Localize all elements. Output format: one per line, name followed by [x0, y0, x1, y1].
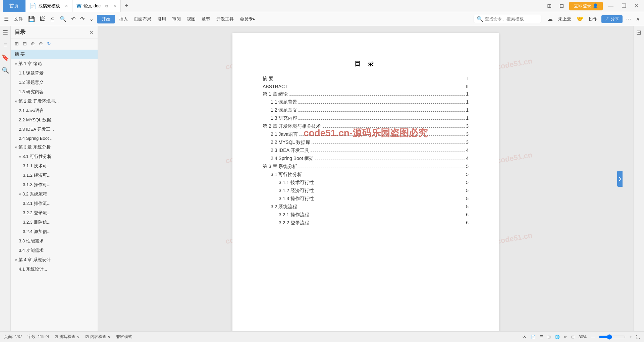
review-tab[interactable]: 审阅 — [170, 15, 183, 23]
start-button[interactable]: 开始 — [97, 15, 115, 23]
web-view-icon[interactable]: 🌐 — [555, 335, 560, 339]
insert-tab[interactable]: 插入 — [117, 15, 130, 23]
sidebar-close-icon[interactable]: ✕ — [89, 29, 94, 36]
collab-icon[interactable]: 🤝 — [575, 15, 585, 23]
nav-item-3-1-3[interactable]: 3.1.3 操作可... — [11, 180, 98, 189]
menu-icon[interactable]: ☰ — [3, 15, 10, 23]
save-icon[interactable]: 💾 — [27, 15, 36, 23]
nav-item-4-1[interactable]: 4.1 系统设计... — [11, 265, 98, 274]
nav-item-3-3[interactable]: 3.3 性能需求 — [11, 236, 98, 246]
member-tab[interactable]: 会员专▸ — [238, 15, 257, 23]
nav-item-1-1[interactable]: 1.1 课题背景 — [11, 68, 98, 78]
view-tab[interactable]: 视图 — [185, 15, 198, 23]
layout-tab[interactable]: 页面布局 — [132, 15, 153, 23]
nav-item-3-2-2[interactable]: 3.2.2 登录流... — [11, 208, 98, 218]
cloud-status[interactable]: 未上云 — [556, 15, 573, 23]
tab-add[interactable]: + — [121, 2, 132, 9]
zoom-in-icon[interactable]: + — [630, 335, 632, 339]
nav-item-2-3[interactable]: 2.3 IDEA 开发工... — [11, 125, 98, 134]
nav-item-1-3[interactable]: 1.3 研究内容 — [11, 87, 98, 97]
nav-item-3-2-3[interactable]: 3.2.3 删除信... — [11, 218, 98, 227]
toc-entry: 2.3 IDEA 开发工具4 — [263, 148, 469, 154]
toc-dots — [315, 192, 465, 192]
login-button[interactable]: 立即登录 👤 — [569, 2, 603, 10]
list-view-icon[interactable]: ☰ — [540, 335, 543, 339]
win-maximize[interactable]: ❐ — [619, 3, 629, 9]
watermark-right-bot: code51.cn — [496, 231, 533, 246]
sync-icon[interactable]: ↻ — [46, 40, 52, 47]
nav-item-ch3[interactable]: ∨ 第 3 章 系统分析 — [11, 142, 98, 152]
title-bar: 首页 📄 找稿壳模板 ✕ W 论文.doc ⧉ ✕ + ⊞ ⊟ 立即登录 👤 —… — [0, 0, 644, 12]
print-icon[interactable]: 🖨 — [48, 15, 56, 23]
toc-page-number: 3 — [466, 131, 469, 137]
eye-icon[interactable]: 👁 — [523, 335, 527, 339]
more-icon[interactable]: ⌄ — [88, 15, 95, 23]
doc-view-icon[interactable]: 📄 — [531, 335, 536, 339]
win-minimize[interactable]: — — [605, 3, 616, 9]
expand-all-icon[interactable]: ⊞ — [13, 40, 20, 47]
nav-item-1-2[interactable]: 1.2 课题意义 — [11, 78, 98, 87]
zoom-slider[interactable] — [599, 334, 626, 340]
reference-tab[interactable]: 引用 — [155, 15, 168, 23]
bookmark-icon[interactable]: 🔖 — [2, 54, 9, 61]
nav-item-abstract[interactable]: 摘 要 — [11, 50, 98, 59]
content-check[interactable]: ☑ 内容检查 ∨ — [85, 334, 111, 340]
nav-item-3-2-4[interactable]: 3.2.4 添加信... — [11, 227, 98, 236]
nav-item-3-2[interactable]: ∨ 3.2 系统流程 — [11, 189, 98, 199]
toc-page-number: 1 — [466, 99, 469, 105]
devtools-tab[interactable]: 开发工具 — [214, 15, 236, 23]
sidebar-toggle-icon[interactable]: ☰ — [3, 29, 8, 36]
nav-item-3-2-1[interactable]: 3.2.1 操作流... — [11, 199, 98, 208]
tab-template-close[interactable]: ✕ — [65, 4, 68, 8]
tab-doc-close-square[interactable]: ⧉ — [105, 4, 108, 8]
win-tile[interactable]: ⊞ — [544, 3, 554, 9]
tab-template[interactable]: 📄 找稿壳模板 ✕ — [25, 0, 72, 12]
nav-item-ch2[interactable]: ∨ 第 2 章 开发环境与... — [11, 97, 98, 106]
remove-heading-icon[interactable]: ⊖ — [38, 40, 44, 47]
tab-doc-close[interactable]: ✕ — [113, 4, 116, 8]
search-side-icon[interactable]: 🔍 — [2, 67, 9, 74]
nav-item-3-1[interactable]: ∨ 3.1 可行性分析 — [11, 152, 98, 161]
file-menu[interactable]: 文件 — [12, 15, 25, 23]
nav-item-ch4[interactable]: ∨ 第 4 章 系统设计 — [11, 255, 98, 265]
win-close[interactable]: ✕ — [632, 3, 641, 9]
toc-dots — [312, 144, 465, 144]
nav-item-3-1-1[interactable]: 3.1.1 技术可... — [11, 161, 98, 171]
nav-item-2-1[interactable]: 2.1 Java语言 — [11, 106, 98, 115]
nav-item-3-1-2[interactable]: 3.1.2 经济可... — [11, 171, 98, 180]
nav-item-3-4[interactable]: 3.4 功能需求 — [11, 246, 98, 255]
nav-item-ch1[interactable]: ∨ 第 1 章 绪论 — [11, 59, 98, 68]
zoom-out-icon[interactable]: — — [591, 335, 595, 339]
tab-doc[interactable]: W 论文.doc ⧉ ✕ — [72, 0, 121, 12]
nav-item-ch3-label: 第 3 章 系统分析 — [18, 144, 51, 150]
view-icon[interactable]: 🖼 — [38, 15, 46, 23]
nav-item-2-2[interactable]: 2.2 MYSQL 数据... — [11, 115, 98, 125]
chapter-tab[interactable]: 章节 — [200, 15, 212, 23]
nav-arrow-ch1: ∨ — [15, 62, 17, 66]
toc-page-number: 3 — [466, 139, 469, 145]
tab-home[interactable]: 首页 — [3, 0, 25, 12]
outline-icon[interactable]: ≡ — [3, 42, 7, 49]
undo-icon[interactable]: ↶ — [70, 15, 77, 23]
highlight-view-icon[interactable]: ✏ — [564, 335, 567, 339]
win-grid[interactable]: ⊟ — [557, 3, 567, 9]
add-heading-icon[interactable]: ⊕ — [30, 40, 36, 47]
zoom-icon[interactable]: 🔍 — [58, 15, 68, 23]
chevron-up-icon[interactable]: ∧ — [635, 15, 641, 23]
redo-arrow[interactable]: ↷ — [79, 15, 86, 23]
toc-page-number: I — [467, 76, 469, 81]
spell-check[interactable]: ☑ 拼写检查 ∨ — [54, 334, 80, 340]
share-button[interactable]: ↗ 分享 — [601, 15, 623, 23]
layout-view-icon[interactable]: ⊞ — [547, 335, 551, 339]
right-arrow-btn[interactable]: ❯ — [617, 171, 623, 187]
toc-page-number: II — [466, 84, 469, 89]
search-input[interactable] — [485, 16, 538, 21]
filter-icon[interactable]: ⊟ — [636, 29, 641, 36]
page-display-icon[interactable]: ⊟ — [571, 335, 575, 339]
collab-btn[interactable]: 协作 — [587, 15, 599, 23]
collapse-all-icon[interactable]: ⊟ — [21, 40, 28, 47]
cloud-icon[interactable]: ☁ — [546, 15, 554, 23]
fullscreen-icon[interactable]: ⛶ — [636, 335, 640, 339]
nav-item-2-4[interactable]: 2.4 Spring Boot ... — [11, 134, 98, 142]
more-options-icon[interactable]: ⋯ — [625, 15, 633, 23]
